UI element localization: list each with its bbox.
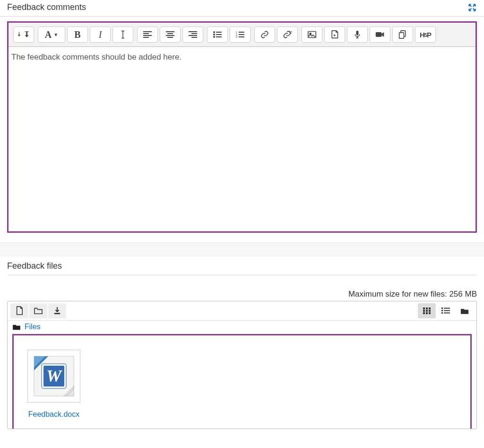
svg-rect-20 xyxy=(239,32,244,33)
breadcrumb-root-link[interactable]: Files xyxy=(25,323,41,331)
svg-rect-43 xyxy=(423,312,425,314)
max-file-size-label: Maximum size for new files: 256 MB xyxy=(7,275,477,301)
media-button[interactable] xyxy=(324,26,345,43)
manage-files-button[interactable] xyxy=(392,26,413,43)
text-cursor-button[interactable] xyxy=(112,26,133,43)
feedback-files-title: Feedback files xyxy=(7,261,477,275)
align-right-button[interactable] xyxy=(182,26,203,43)
toolbar-expand-button[interactable] xyxy=(13,26,34,43)
numbered-list-button[interactable]: 123 xyxy=(230,26,251,43)
svg-rect-35 xyxy=(399,33,404,38)
svg-point-15 xyxy=(213,34,215,35)
feedback-comments-header: Feedback comments xyxy=(0,0,484,17)
link-button[interactable] xyxy=(254,26,275,43)
svg-rect-37 xyxy=(423,307,425,309)
svg-rect-18 xyxy=(216,36,222,37)
editor-toolbar: A▼ B I 123 xyxy=(9,23,475,47)
view-details-button[interactable] xyxy=(437,303,455,318)
add-file-button[interactable] xyxy=(10,303,28,318)
italic-button[interactable]: I xyxy=(90,26,111,43)
svg-rect-51 xyxy=(444,313,450,314)
svg-rect-36 xyxy=(54,313,60,314)
svg-text:W: W xyxy=(46,367,63,386)
font-styles-button[interactable]: A▼ xyxy=(38,26,65,43)
svg-rect-30 xyxy=(356,31,359,35)
svg-rect-24 xyxy=(239,36,244,37)
feedback-editor[interactable]: The feedback comments should be added he… xyxy=(9,47,475,231)
bullet-list-button[interactable] xyxy=(207,26,228,43)
svg-rect-42 xyxy=(429,310,431,312)
svg-rect-44 xyxy=(426,312,428,314)
svg-point-13 xyxy=(213,31,215,33)
svg-rect-49 xyxy=(444,310,450,311)
svg-rect-50 xyxy=(441,312,443,314)
h5p-button[interactable]: H5P xyxy=(415,26,436,43)
view-tree-button[interactable] xyxy=(456,303,474,318)
svg-rect-38 xyxy=(426,307,428,309)
record-audio-button[interactable] xyxy=(347,26,368,43)
expand-icon[interactable] xyxy=(467,3,477,12)
unlink-button[interactable] xyxy=(277,26,298,43)
svg-rect-45 xyxy=(429,312,431,314)
record-video-button[interactable] xyxy=(370,26,390,43)
svg-rect-47 xyxy=(444,308,450,309)
svg-rect-14 xyxy=(216,32,222,33)
svg-rect-22 xyxy=(239,34,244,35)
svg-rect-48 xyxy=(441,310,443,311)
file-thumbnail[interactable]: W xyxy=(27,350,80,403)
svg-rect-16 xyxy=(216,34,222,35)
feedback-editor-container: A▼ B I 123 xyxy=(7,21,477,233)
section-divider xyxy=(0,242,484,256)
svg-rect-46 xyxy=(441,307,443,309)
svg-rect-0 xyxy=(25,31,29,32)
svg-text:3: 3 xyxy=(236,35,237,38)
feedback-comments-title: Feedback comments xyxy=(7,2,86,12)
file-breadcrumb: Files xyxy=(8,321,476,334)
align-left-button[interactable] xyxy=(137,26,158,43)
file-manager-toolbar xyxy=(8,301,476,321)
file-name-link[interactable]: Feedback.docx xyxy=(23,410,85,419)
file-item: W Feedback.docx xyxy=(23,350,85,419)
svg-rect-33 xyxy=(376,32,382,37)
svg-rect-39 xyxy=(429,307,431,309)
bold-button[interactable]: B xyxy=(67,26,88,43)
align-center-button[interactable] xyxy=(160,26,181,43)
svg-point-17 xyxy=(213,36,215,38)
view-icons-button[interactable] xyxy=(418,303,436,318)
download-all-button[interactable] xyxy=(48,303,66,318)
svg-rect-40 xyxy=(423,310,425,312)
folder-icon xyxy=(12,324,21,330)
file-manager: Files W Feedback.docx xyxy=(7,301,477,429)
svg-rect-41 xyxy=(426,310,428,312)
create-folder-button[interactable] xyxy=(29,303,47,318)
image-button[interactable] xyxy=(302,26,322,43)
files-drop-area[interactable]: W Feedback.docx xyxy=(12,334,472,429)
